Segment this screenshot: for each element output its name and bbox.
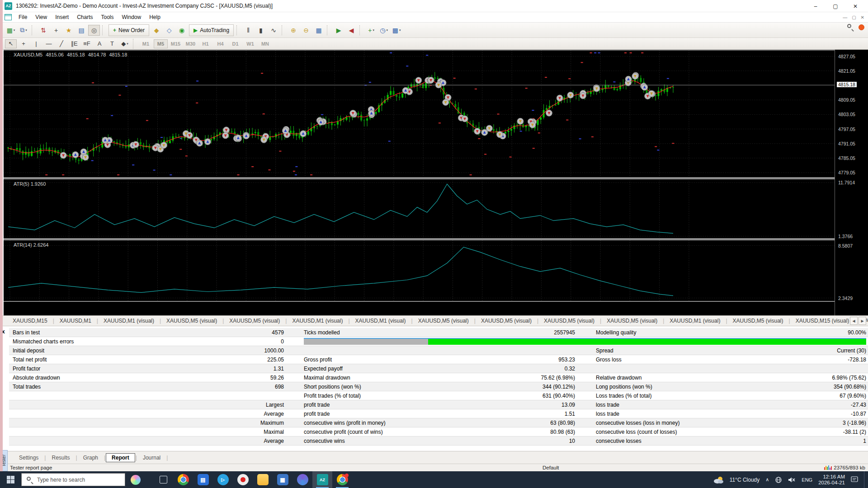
menu-tools[interactable]: Tools — [97, 12, 118, 23]
timeframe-w1[interactable]: W1 — [243, 39, 257, 48]
show-desktop-button[interactable] — [864, 471, 866, 488]
new-chart-button[interactable]: ▦▾ — [5, 25, 17, 36]
task-view-icon[interactable] — [153, 471, 173, 488]
chart-tab-11[interactable]: XAUUSD,M1 (visual) — [664, 318, 726, 324]
tester-tab-journal[interactable]: Journal — [137, 454, 166, 462]
menu-view[interactable]: View — [31, 12, 51, 23]
cursor-tool[interactable]: ↖ — [5, 39, 17, 48]
trendline-tool[interactable]: ╱ — [56, 39, 67, 48]
chart-tab-4[interactable]: XAUUSD,M5 (visual) — [224, 318, 285, 324]
chart-tab-12[interactable]: XAUUSD,M5 (visual) — [727, 318, 789, 324]
pane-separator[interactable] — [4, 177, 835, 179]
vertical-line-tool[interactable]: | — [30, 39, 42, 48]
bar-chart-button[interactable]: ‖ — [242, 25, 254, 36]
store-icon[interactable]: ▤ — [193, 471, 213, 488]
zoom-out-button[interactable]: ⊖ — [300, 25, 312, 36]
arrows-tool[interactable]: ◆▾ — [119, 39, 131, 48]
app-window-icon[interactable]: ▦ — [273, 471, 292, 488]
chart-tab-2[interactable]: XAUUSD,M1 (visual) — [98, 318, 160, 324]
chart-shift-button[interactable]: ◀ — [345, 25, 357, 36]
media-player-icon[interactable] — [292, 471, 312, 488]
horizontal-line-tool[interactable]: — — [43, 39, 55, 48]
mdi-close-button[interactable]: ✕ — [861, 15, 864, 20]
tab-scroll-right-button[interactable]: ▶ — [859, 317, 866, 325]
timeframe-d1[interactable]: D1 — [228, 39, 242, 48]
metatrader-icon[interactable]: AZ — [312, 471, 332, 488]
tester-tab-graph[interactable]: Graph — [78, 454, 104, 462]
timeframe-m1[interactable]: M1 — [139, 39, 153, 48]
zoom-in-button[interactable]: ⊕ — [288, 25, 299, 36]
tester-tab-settings[interactable]: Settings — [14, 454, 44, 462]
menu-file[interactable]: File — [14, 12, 31, 23]
chart-svg[interactable] — [4, 50, 835, 315]
chart-tab-1[interactable]: XAUUSD,M1 — [54, 318, 97, 324]
timeframe-mn[interactable]: MN — [258, 39, 272, 48]
recorder-icon[interactable] — [233, 471, 253, 488]
label-tool[interactable]: T — [106, 39, 118, 48]
tester-tab-report[interactable]: Report — [106, 453, 135, 462]
search-input[interactable]: Type here to search — [21, 473, 125, 486]
channel-tool[interactable]: ∥E — [68, 39, 80, 48]
chart-tab-8[interactable]: XAUUSD,M5 (visual) — [476, 318, 537, 324]
maximize-button[interactable]: ▢ — [826, 0, 845, 12]
menu-charts[interactable]: Charts — [73, 12, 97, 23]
menu-help[interactable]: Help — [145, 12, 165, 23]
navigator-button[interactable]: ★ — [63, 25, 75, 36]
indicators-button[interactable]: +▾ — [365, 25, 377, 36]
telegram-icon[interactable]: ▷ — [213, 471, 233, 488]
tab-scroll-left-button[interactable]: ◀ — [850, 317, 858, 325]
notification-dot[interactable] — [859, 24, 864, 30]
chart-tab-9[interactable]: XAUUSD,M5 (visual) — [538, 318, 600, 324]
chart-tab-5[interactable]: XAUUSD,M1 (visual) — [287, 318, 348, 324]
pane-separator[interactable] — [4, 238, 835, 240]
mdi-minimize-button[interactable]: — — [843, 15, 847, 20]
mql5-button[interactable]: ◇ — [163, 25, 175, 36]
chart-tab-0[interactable]: XAUUSD,M15 — [7, 318, 53, 324]
templates-button[interactable]: ▩▾ — [391, 25, 402, 36]
auto-scroll-button[interactable]: ▶ — [333, 25, 344, 36]
notification-icon[interactable] — [851, 476, 858, 483]
chart-tab-13[interactable]: XAUUSD,M15 (visual) — [790, 318, 855, 324]
tile-windows-button[interactable]: ▦ — [313, 25, 325, 36]
line-chart-button[interactable]: ∿ — [268, 25, 279, 36]
profiles-button[interactable]: ⧉▾ — [18, 25, 29, 36]
language-indicator[interactable]: ENG — [802, 477, 812, 483]
expert-advisors-button[interactable]: ◆ — [151, 25, 162, 36]
text-tool[interactable]: A — [94, 39, 105, 48]
autotrading-button[interactable]: ▶AutoTrading — [189, 24, 234, 36]
fibonacci-tool[interactable]: ≡F — [81, 39, 93, 48]
timeframe-m15[interactable]: M15 — [169, 39, 183, 48]
template-name[interactable]: Default — [542, 465, 559, 470]
start-button[interactable] — [0, 471, 21, 488]
data-window-button[interactable]: + — [50, 25, 62, 36]
periods-button[interactable]: ◷▾ — [378, 25, 390, 36]
signals-button[interactable]: ◉ — [176, 25, 188, 36]
timeframe-h1[interactable]: H1 — [198, 39, 212, 48]
copilot-icon[interactable] — [131, 475, 141, 485]
volume-mute-icon[interactable] — [788, 477, 796, 483]
strategy-tester-button[interactable]: ◎ — [88, 25, 100, 36]
new-order-button[interactable]: +New Order — [108, 24, 149, 36]
menu-window[interactable]: Window — [118, 12, 146, 23]
crosshair-tool[interactable]: + — [18, 39, 29, 48]
timeframe-m30[interactable]: M30 — [184, 39, 198, 48]
terminal-button[interactable]: ▤ — [75, 25, 87, 36]
tester-tab-results[interactable]: Results — [46, 454, 75, 462]
tray-expand-icon[interactable]: ∧ — [765, 477, 769, 483]
network-icon[interactable] — [775, 477, 782, 483]
chart-tab-3[interactable]: XAUUSD,M5 (visual) — [161, 318, 222, 324]
mdi-restore-button[interactable]: ▢ — [852, 15, 856, 20]
chart-tab-6[interactable]: XAUUSD,M1 (visual) — [350, 318, 411, 324]
close-button[interactable]: ✕ — [845, 0, 865, 12]
timeframe-m5[interactable]: M5 — [154, 39, 168, 48]
clock[interactable]: 12:16 AM2026-04-21 — [818, 474, 845, 486]
search-icon[interactable] — [847, 23, 854, 31]
weather-text[interactable]: 11°C Cloudy — [730, 477, 760, 483]
timeframe-h4[interactable]: H4 — [213, 39, 227, 48]
browser-icon[interactable] — [173, 471, 193, 488]
chart-canvas[interactable] — [4, 50, 835, 315]
market-watch-button[interactable]: ⇅ — [38, 25, 49, 36]
menu-insert[interactable]: Insert — [51, 12, 73, 23]
chart-tab-7[interactable]: XAUUSD,M5 (visual) — [413, 318, 474, 324]
file-explorer-icon[interactable] — [253, 471, 273, 488]
